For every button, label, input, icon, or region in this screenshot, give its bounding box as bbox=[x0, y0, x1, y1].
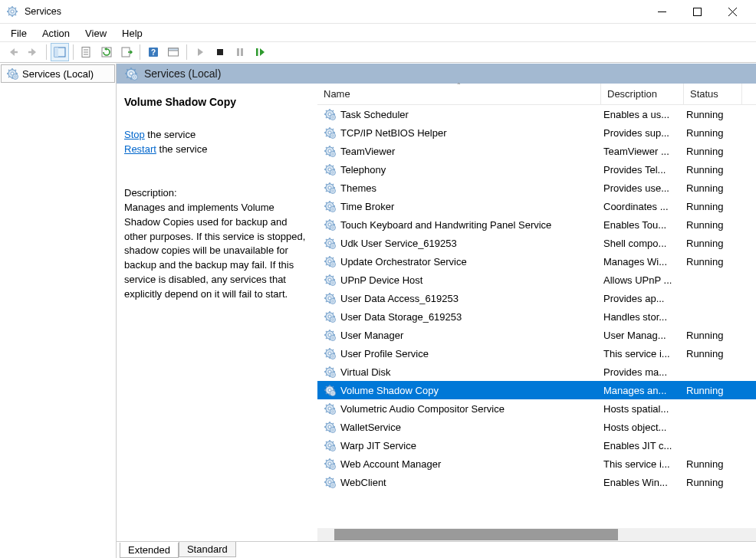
service-row[interactable]: Udk User Service_619253Shell compo...Run… bbox=[317, 234, 756, 252]
svg-rect-16 bbox=[14, 51, 18, 53]
service-name-text: Udk User Service_619253 bbox=[340, 238, 457, 249]
service-row[interactable]: Warp JIT ServiceEnables JIT c... bbox=[317, 436, 756, 455]
cell-status: Running bbox=[684, 219, 742, 231]
service-name-text: User Profile Service bbox=[340, 348, 429, 359]
gear-icon bbox=[324, 145, 336, 157]
nav-forward-button[interactable] bbox=[24, 43, 42, 61]
gear-icon bbox=[324, 476, 336, 488]
horizontal-scrollbar[interactable] bbox=[317, 528, 756, 541]
service-row[interactable]: Volume Shadow CopyManages an...Running bbox=[317, 381, 756, 399]
service-row[interactable]: Update Orchestrator ServiceManages Wi...… bbox=[317, 252, 756, 271]
service-name-text: Task Scheduler bbox=[340, 109, 409, 120]
cell-description: Hosts object... bbox=[601, 422, 684, 433]
column-header-status[interactable]: Status bbox=[684, 84, 742, 104]
cell-description: Allows UPnP ... bbox=[601, 274, 684, 286]
refresh-button[interactable] bbox=[97, 43, 116, 61]
minimize-button[interactable] bbox=[644, 0, 679, 23]
window-title: Services bbox=[25, 6, 644, 17]
service-row[interactable]: ThemesProvides use...Running bbox=[317, 179, 756, 197]
gear-icon bbox=[124, 67, 138, 80]
content-row: Volume Shadow Copy Stop the service Rest… bbox=[117, 84, 756, 541]
cell-description: Enables Win... bbox=[601, 477, 684, 488]
service-name-text: User Data Access_619253 bbox=[340, 293, 459, 304]
help-button[interactable]: ? bbox=[144, 43, 163, 61]
properties-button[interactable] bbox=[77, 43, 96, 61]
gear-icon bbox=[324, 458, 336, 470]
service-row[interactable]: WalletServiceHosts object... bbox=[317, 418, 756, 436]
show-hide-tree-button[interactable] bbox=[51, 43, 69, 61]
cell-description: Shell compo... bbox=[601, 238, 684, 249]
service-row[interactable]: Time BrokerCoordinates ...Running bbox=[317, 197, 756, 215]
tab-extended[interactable]: Extended bbox=[120, 543, 179, 558]
cell-description: Enables a us... bbox=[601, 109, 684, 120]
service-row[interactable]: User Profile ServiceThis service i...Run… bbox=[317, 344, 756, 363]
service-name-text: Telephony bbox=[340, 164, 386, 176]
cell-status: Running bbox=[684, 201, 742, 212]
svg-rect-29 bbox=[169, 48, 179, 51]
service-row[interactable]: WebClientEnables Win...Running bbox=[317, 473, 756, 491]
gear-icon bbox=[324, 366, 336, 378]
cell-name: TeamViewer bbox=[317, 145, 601, 157]
service-row[interactable]: Volumetric Audio Compositor ServiceHosts… bbox=[317, 399, 756, 418]
cell-name: User Manager bbox=[317, 329, 601, 341]
description-label: Description: bbox=[124, 186, 310, 201]
svg-rect-32 bbox=[241, 48, 243, 56]
gear-icon bbox=[324, 255, 336, 268]
restart-suffix: the service bbox=[156, 143, 207, 155]
start-service-button[interactable] bbox=[191, 43, 209, 61]
list-body[interactable]: Task SchedulerEnables a us...RunningTCP/… bbox=[317, 105, 756, 528]
export-list-button[interactable] bbox=[117, 43, 136, 61]
detail-service-name: Volume Shadow Copy bbox=[124, 94, 310, 110]
nav-back-button[interactable] bbox=[4, 43, 22, 61]
service-row[interactable]: User ManagerUser Manag...Running bbox=[317, 326, 756, 344]
close-button[interactable] bbox=[715, 0, 750, 23]
cell-status: Running bbox=[684, 477, 742, 488]
service-row[interactable]: User Data Storage_619253Handles stor... bbox=[317, 307, 756, 326]
cell-description: Coordinates ... bbox=[601, 201, 684, 212]
cell-name: Update Orchestrator Service bbox=[317, 255, 601, 268]
list-header: ⌃ Name Description Status bbox=[317, 84, 756, 105]
service-row[interactable]: Task SchedulerEnables a us...Running bbox=[317, 105, 756, 123]
cell-description: Handles stor... bbox=[601, 311, 684, 323]
menu-action[interactable]: Action bbox=[35, 25, 77, 41]
cell-name: WalletService bbox=[317, 421, 601, 433]
stop-service-button[interactable] bbox=[211, 43, 229, 61]
svg-rect-31 bbox=[237, 48, 239, 56]
cell-description: Provides sup... bbox=[601, 127, 684, 139]
service-row[interactable]: Web Account ManagerThis service i...Runn… bbox=[317, 455, 756, 473]
column-header-name[interactable]: ⌃ Name bbox=[317, 84, 601, 104]
service-row[interactable]: TCP/IP NetBIOS HelperProvides sup...Runn… bbox=[317, 123, 756, 142]
cell-description: Provides Tel... bbox=[601, 164, 684, 176]
menu-file[interactable]: File bbox=[3, 25, 35, 41]
cell-name: User Data Access_619253 bbox=[317, 292, 601, 304]
horizontal-scroll-thumb[interactable] bbox=[334, 529, 618, 540]
cell-name: WebClient bbox=[317, 476, 601, 488]
service-row[interactable]: TelephonyProvides Tel...Running bbox=[317, 160, 756, 179]
restart-service-button[interactable] bbox=[251, 43, 269, 61]
dialog-button[interactable] bbox=[164, 43, 182, 61]
service-row[interactable]: UPnP Device HostAllows UPnP ... bbox=[317, 271, 756, 289]
service-row[interactable]: TeamViewerTeamViewer ...Running bbox=[317, 142, 756, 160]
tree-root-services-local[interactable]: Services (Local) bbox=[1, 64, 115, 83]
description-body: Manages and implements Volume Shadow Cop… bbox=[124, 201, 310, 302]
service-row[interactable]: Virtual DiskProvides ma... bbox=[317, 363, 756, 381]
stop-service-link[interactable]: Stop bbox=[124, 129, 145, 140]
cell-name: User Data Storage_619253 bbox=[317, 310, 601, 323]
gear-icon bbox=[324, 274, 336, 286]
service-name-text: WebClient bbox=[340, 477, 386, 488]
service-name-text: Touch Keyboard and Handwriting Panel Ser… bbox=[340, 219, 551, 231]
service-row[interactable]: Touch Keyboard and Handwriting Panel Ser… bbox=[317, 215, 756, 234]
cell-name: Web Account Manager bbox=[317, 458, 601, 470]
pause-service-button[interactable] bbox=[231, 43, 249, 61]
restart-service-link[interactable]: Restart bbox=[124, 143, 156, 155]
menu-help[interactable]: Help bbox=[114, 25, 150, 41]
cell-status: Running bbox=[684, 182, 742, 194]
tab-standard[interactable]: Standard bbox=[179, 542, 236, 557]
service-row[interactable]: User Data Access_619253Provides ap... bbox=[317, 289, 756, 307]
column-header-description[interactable]: Description bbox=[601, 84, 684, 104]
cell-name: Volumetric Audio Compositor Service bbox=[317, 402, 601, 415]
maximize-button[interactable] bbox=[679, 0, 715, 23]
gear-icon bbox=[324, 163, 336, 176]
service-name-text: Update Orchestrator Service bbox=[340, 256, 467, 268]
menu-view[interactable]: View bbox=[77, 25, 114, 41]
